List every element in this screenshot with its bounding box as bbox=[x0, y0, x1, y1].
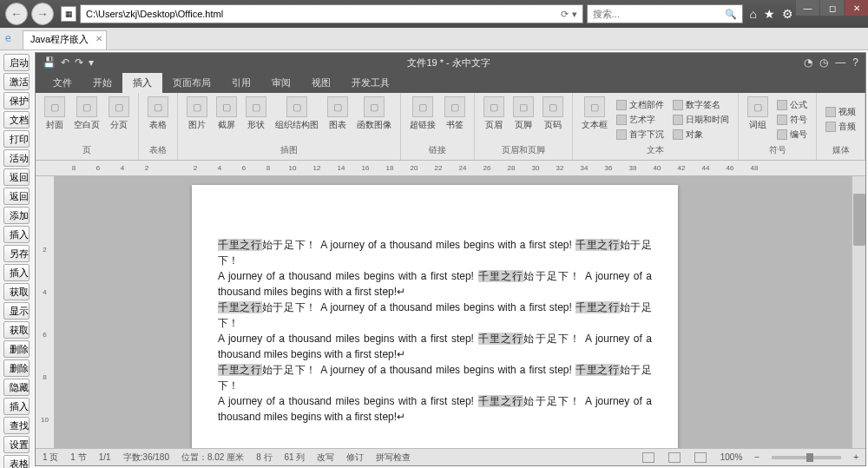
sidebar-button-2[interactable]: 保护文档 bbox=[3, 92, 30, 109]
sidebar-button-6[interactable]: 返回Application bbox=[3, 168, 30, 186]
sidebar-button-21[interactable]: 表格Application bbox=[3, 455, 30, 468]
sidebar-button-11[interactable]: 插入文件 bbox=[3, 264, 30, 281]
view-print-icon[interactable] bbox=[642, 452, 654, 463]
sidebar-button-3[interactable]: 文档名称 bbox=[3, 111, 30, 129]
forward-button[interactable]: → bbox=[31, 3, 54, 25]
view-read-icon[interactable] bbox=[668, 452, 681, 463]
ribbon-tab-0[interactable]: 文件 bbox=[43, 73, 82, 93]
tab-close-icon[interactable]: ✕ bbox=[95, 34, 102, 43]
sidebar-button-14[interactable]: 获取页眉Shapes bbox=[3, 321, 30, 339]
save-icon[interactable]: 💾 bbox=[43, 56, 56, 69]
search-input[interactable] bbox=[593, 9, 725, 19]
zoom-slider[interactable] bbox=[772, 456, 841, 459]
sidebar-button-12[interactable]: 获取第一页 bbox=[3, 283, 30, 300]
ribbon-item[interactable]: ▢截屏 bbox=[213, 95, 240, 144]
ribbon-item[interactable]: ▢图表 bbox=[324, 95, 352, 144]
sidebar-button-9[interactable]: 插入文本 bbox=[3, 226, 30, 243]
back-button[interactable]: ← bbox=[5, 3, 28, 25]
search-icon[interactable]: 🔍 bbox=[725, 9, 737, 20]
ribbon-item[interactable]: ▢文本框 bbox=[578, 95, 611, 144]
zoom-level[interactable]: 100% bbox=[720, 452, 743, 462]
ribbon-mini-item[interactable]: 文档部件 bbox=[613, 98, 667, 112]
minimize-button[interactable]: — bbox=[795, 0, 819, 16]
url-input[interactable] bbox=[86, 9, 557, 19]
status-overwrite[interactable]: 改写 bbox=[317, 452, 334, 464]
sidebar-button-20[interactable]: 设置区域 bbox=[3, 436, 30, 453]
sidebar-button-16[interactable]: 删除编辑器 bbox=[3, 359, 30, 377]
ribbon-tab-1[interactable]: 开始 bbox=[82, 73, 122, 93]
ribbon-mini-item[interactable]: 视频 bbox=[822, 105, 859, 119]
ribbon-mini-item[interactable]: 符号 bbox=[773, 113, 811, 127]
scroll-thumb[interactable] bbox=[853, 194, 865, 246]
zoom-out-icon[interactable]: − bbox=[754, 452, 760, 462]
status-spell[interactable]: 拼写检查 bbox=[376, 452, 411, 464]
ribbon-item[interactable]: ▢形状 bbox=[242, 95, 270, 144]
home-icon[interactable]: ⌂ bbox=[750, 7, 757, 21]
ribbon-mini-item[interactable]: 音频 bbox=[822, 120, 859, 134]
document-page[interactable]: 千里之行始于足下！ A journey of a thousand miles … bbox=[192, 185, 678, 448]
qat-dropdown-icon[interactable]: ▾ bbox=[89, 56, 94, 69]
ribbon-item[interactable]: ▢空白页 bbox=[70, 95, 103, 144]
ribbon-group-label: 插图 bbox=[183, 144, 395, 158]
ribbon-tab-2[interactable]: 插入 bbox=[122, 73, 162, 93]
search-box[interactable]: 🔍 bbox=[587, 4, 743, 23]
maximize-button[interactable]: ◻ bbox=[819, 0, 844, 16]
ribbon-mini-item[interactable]: 日期和时间 bbox=[669, 113, 733, 127]
ribbon-item[interactable]: ▢词组 bbox=[744, 95, 772, 144]
user-icon[interactable]: ◔ bbox=[804, 56, 812, 69]
ribbon-mini-item[interactable]: 编号 bbox=[773, 128, 811, 142]
sidebar-button-4[interactable]: 打印预览 bbox=[3, 130, 30, 148]
ribbon-mini-item[interactable]: 公式 bbox=[773, 98, 811, 112]
refresh-icon[interactable]: ⟳ bbox=[561, 9, 569, 20]
ribbon-tab-7[interactable]: 开发工具 bbox=[341, 73, 400, 93]
ribbon-options-icon[interactable]: ◷ bbox=[819, 56, 828, 69]
sidebar-button-10[interactable]: 另存为 bbox=[3, 245, 30, 262]
dropdown-icon[interactable]: ▾ bbox=[572, 9, 577, 20]
sidebar-button-1[interactable]: 激活主窗口 bbox=[3, 73, 30, 90]
ribbon-mini-item[interactable]: 首字下沉 bbox=[613, 128, 667, 142]
ribbon-tab-6[interactable]: 视图 bbox=[301, 73, 341, 93]
vertical-scrollbar[interactable] bbox=[852, 176, 865, 448]
ribbon-item[interactable]: ▢书签 bbox=[441, 95, 469, 144]
sidebar-button-17[interactable]: 隐藏编辑区域 bbox=[3, 379, 30, 396]
sidebar-button-5[interactable]: 活动窗口 bbox=[3, 149, 30, 167]
sidebar-button-18[interactable]: 插入图片 bbox=[3, 398, 30, 415]
ribbon-item[interactable]: ▢页眉 bbox=[480, 95, 508, 144]
ribbon-tab-3[interactable]: 页面布局 bbox=[162, 73, 221, 93]
status-section: 1 节 bbox=[70, 452, 86, 464]
sidebar-button-0[interactable]: 启动Office bbox=[3, 54, 30, 71]
redo-icon[interactable]: ↷ bbox=[75, 56, 83, 69]
ribbon-tab-4[interactable]: 引用 bbox=[221, 73, 261, 93]
favorites-icon[interactable]: ★ bbox=[764, 7, 775, 21]
browser-tab[interactable]: Java程序嵌入 ✕ bbox=[23, 30, 107, 49]
ribbon-item[interactable]: ▢图片 bbox=[183, 95, 211, 144]
ribbon-item[interactable]: ▢组织结构图 bbox=[272, 95, 322, 144]
undo-icon[interactable]: ↶ bbox=[61, 56, 69, 69]
close-button[interactable]: ✕ bbox=[844, 0, 868, 16]
ribbon-item[interactable]: ▢页码 bbox=[539, 95, 567, 144]
settings-icon[interactable]: ⚙ bbox=[782, 7, 793, 21]
sidebar-button-7[interactable]: 返回InlineShapes bbox=[3, 188, 30, 205]
sidebar-button-19[interactable]: 查找 bbox=[3, 417, 30, 434]
help-icon[interactable]: ? bbox=[852, 56, 858, 69]
ribbon-item[interactable]: ▢封面 bbox=[41, 95, 69, 144]
status-position: 位置：8.02 厘米 bbox=[181, 452, 244, 464]
ribbon-item[interactable]: ▢分页 bbox=[105, 95, 133, 144]
sidebar-button-15[interactable]: 删除列 bbox=[3, 340, 30, 358]
ribbon-item[interactable]: ▢函数图像 bbox=[353, 95, 395, 144]
zoom-in-icon[interactable]: + bbox=[853, 452, 858, 462]
ribbon-item[interactable]: ▢超链接 bbox=[406, 95, 439, 144]
ribbon-mini-item[interactable]: 对象 bbox=[669, 128, 733, 142]
address-bar[interactable]: ⟳ ▾ bbox=[80, 4, 583, 23]
minimize-ribbon-icon[interactable]: — bbox=[835, 56, 845, 69]
ribbon-mini-item[interactable]: 数字签名 bbox=[669, 98, 733, 112]
view-web-icon[interactable] bbox=[694, 452, 707, 463]
ribbon-tab-5[interactable]: 审阅 bbox=[261, 73, 301, 93]
ribbon-item[interactable]: ▢页脚 bbox=[510, 95, 537, 144]
sidebar-button-13[interactable]: 显示书签 bbox=[3, 302, 30, 320]
status-track[interactable]: 修订 bbox=[346, 452, 364, 464]
sidebar-button-8[interactable]: 添加节 bbox=[3, 207, 30, 224]
document-area[interactable]: 246810 千里之行始于足下！ A journey of a thousand… bbox=[36, 176, 865, 448]
ribbon-mini-item[interactable]: 艺术字 bbox=[613, 113, 667, 127]
ribbon-item[interactable]: ▢表格 bbox=[144, 95, 172, 144]
